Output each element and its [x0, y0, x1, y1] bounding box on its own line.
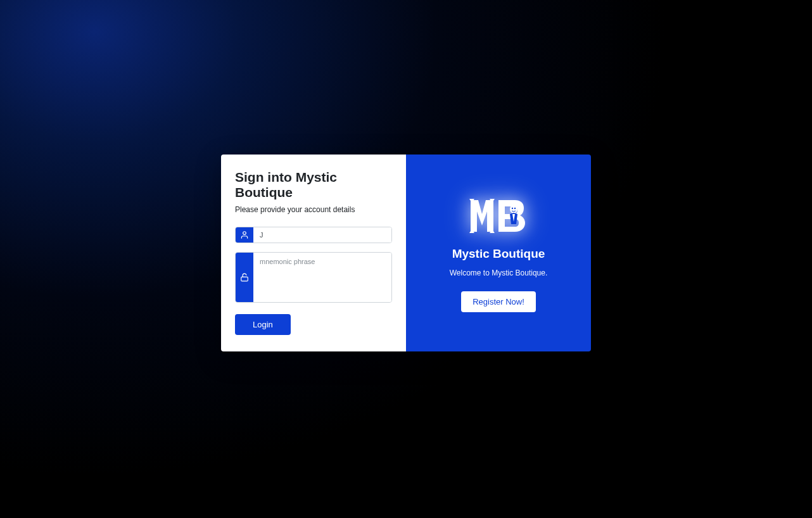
login-button[interactable]: Login	[235, 314, 291, 335]
login-card: Sign into Mystic Boutique Please provide…	[221, 155, 591, 351]
svg-point-0	[243, 231, 246, 234]
user-icon	[236, 227, 253, 243]
svg-point-2	[510, 205, 517, 213]
svg-point-4	[514, 207, 516, 208]
svg-point-3	[512, 207, 513, 208]
page-title: Sign into Mystic Boutique	[235, 170, 392, 200]
brand-name: Mystic Boutique	[452, 247, 545, 261]
signin-panel: Sign into Mystic Boutique Please provide…	[221, 155, 406, 351]
register-button[interactable]: Register Now!	[461, 291, 536, 312]
page-subtitle: Please provide your account details	[235, 205, 392, 214]
lock-icon	[236, 253, 253, 302]
mnemonic-input[interactable]	[253, 253, 391, 302]
account-input[interactable]	[253, 227, 391, 243]
welcome-panel: Mystic Boutique Welcome to Mystic Boutiq…	[406, 155, 591, 351]
account-input-group	[235, 227, 392, 243]
mnemonic-input-group	[235, 252, 392, 303]
brand-logo	[468, 194, 529, 241]
svg-rect-1	[241, 277, 248, 281]
welcome-text: Welcome to Mystic Boutique.	[450, 268, 548, 277]
